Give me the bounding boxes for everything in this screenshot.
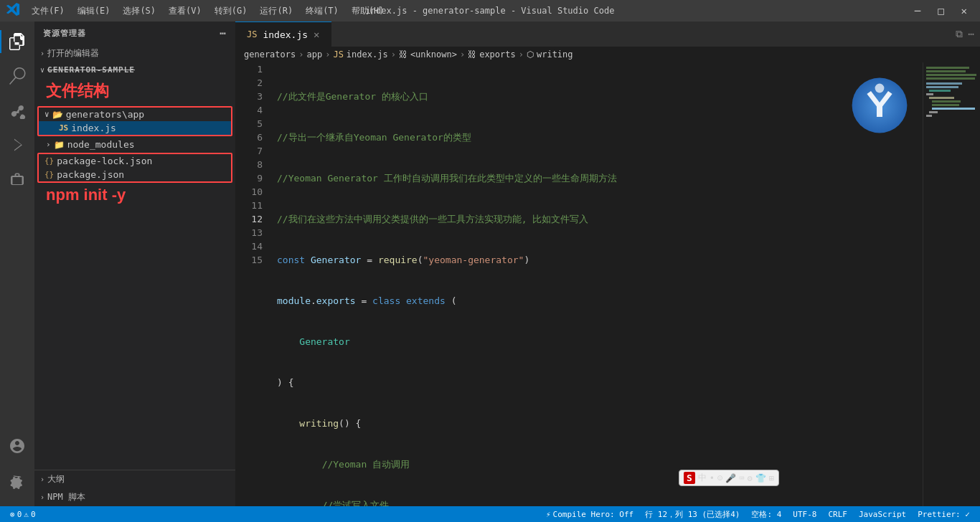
outline-section[interactable]: › 大纲 bbox=[34, 470, 235, 488]
menu-bar: 文件(F) 编辑(E) 选择(S) 查看(V) 转到(G) 运行(R) 终端(T… bbox=[26, 4, 390, 19]
more-actions-icon[interactable]: ⋯ bbox=[969, 28, 974, 40]
line-ending-text: CRLF bbox=[828, 510, 847, 519]
line-num-8: 8 bbox=[235, 158, 263, 171]
activity-explorer[interactable] bbox=[0, 24, 34, 59]
tab-index-js[interactable]: JS index.js ✕ bbox=[235, 22, 331, 47]
language-text: JavaScript bbox=[859, 510, 906, 519]
status-line-col[interactable]: 行 12，列 13 (已选择4) bbox=[641, 509, 744, 520]
breadcrumb-exports[interactable]: exports bbox=[479, 49, 516, 60]
menu-file[interactable]: 文件(F) bbox=[26, 4, 70, 19]
error-count: 0 bbox=[17, 510, 22, 519]
warning-count: 0 bbox=[31, 510, 36, 519]
activity-search[interactable] bbox=[0, 59, 34, 93]
line-num-4: 4 bbox=[235, 103, 263, 117]
svg-rect-0 bbox=[926, 67, 969, 69]
breadcrumb-file[interactable]: index.js bbox=[347, 49, 388, 60]
npm-scripts-section[interactable]: › NPM 脚本 bbox=[34, 488, 235, 506]
svg-rect-5 bbox=[926, 86, 958, 88]
ime-mic[interactable]: 🎤 bbox=[725, 473, 736, 483]
line-col-text: 行 12，列 13 (已选择4) bbox=[645, 509, 740, 520]
node-modules-folder[interactable]: › 📁 node_modules bbox=[34, 138, 235, 151]
project-section-title[interactable]: ∨ GENERATOR-SAMPLE bbox=[34, 62, 235, 77]
line-num-2: 2 bbox=[235, 76, 263, 90]
ime-logo: S bbox=[684, 472, 695, 484]
svg-rect-3 bbox=[926, 77, 975, 80]
menu-terminal[interactable]: 终端(T) bbox=[300, 4, 344, 19]
split-editor-icon[interactable]: ⧉ bbox=[956, 28, 963, 40]
code-line-9: writing () { bbox=[277, 417, 923, 430]
status-prettier[interactable]: Prettier: ✓ bbox=[913, 510, 974, 519]
yeoman-logo bbox=[851, 77, 908, 134]
svg-rect-2 bbox=[926, 74, 976, 76]
ime-lang[interactable]: 中 bbox=[698, 472, 707, 484]
index-js-file[interactable]: JS index.js bbox=[39, 121, 231, 135]
status-errors[interactable]: ⊗ 0 ⚠ 0 bbox=[6, 510, 40, 519]
annotation-files: 文件结构 bbox=[34, 77, 235, 105]
npm-scripts-label: NPM 脚本 bbox=[47, 491, 85, 503]
open-editors-chevron: › bbox=[40, 49, 44, 57]
code-content[interactable]: //此文件是Generator 的核心入口 //导出一个继承自Yeoman Ge… bbox=[271, 62, 923, 506]
breadcrumb-generators[interactable]: generators bbox=[244, 49, 296, 60]
tab-label: index.js bbox=[263, 29, 308, 40]
svg-rect-1 bbox=[926, 70, 966, 72]
maximize-button[interactable]: □ bbox=[930, 0, 951, 22]
line-num-7: 7 bbox=[235, 144, 263, 158]
svg-rect-10 bbox=[932, 104, 959, 106]
breadcrumb-app[interactable]: app bbox=[306, 49, 322, 60]
sidebar-header: 资源管理器 ⋯ bbox=[34, 22, 235, 44]
activity-settings[interactable] bbox=[0, 466, 34, 500]
activity-run[interactable] bbox=[0, 128, 34, 162]
status-line-ending[interactable]: CRLF bbox=[824, 510, 852, 519]
main-container: 资源管理器 ⋯ › 打开的编辑器 ∨ GENERATOR-SAMPLE 文件结构… bbox=[0, 22, 980, 506]
svg-rect-4 bbox=[926, 82, 962, 85]
ime-keyboard[interactable]: ⌨ bbox=[739, 473, 744, 483]
ime-tshirt[interactable]: 👕 bbox=[755, 473, 766, 483]
outline-chevron: › bbox=[40, 475, 44, 483]
svg-rect-6 bbox=[929, 90, 951, 92]
breadcrumb-unknown[interactable]: <unknown> bbox=[410, 49, 457, 60]
sidebar-title: 资源管理器 bbox=[43, 28, 86, 39]
new-file-icon[interactable]: ⋯ bbox=[220, 27, 227, 39]
menu-goto[interactable]: 转到(G) bbox=[209, 4, 253, 19]
breadcrumb-writing[interactable]: writing bbox=[537, 49, 573, 60]
close-button[interactable]: ✕ bbox=[954, 0, 974, 22]
menu-select[interactable]: 选择(S) bbox=[117, 4, 161, 19]
minimap bbox=[923, 62, 980, 506]
open-editors-section[interactable]: › 打开的编辑器 bbox=[34, 44, 235, 62]
package-json[interactable]: {} package.json bbox=[39, 168, 231, 181]
ime-settings[interactable]: ⚙ bbox=[748, 473, 753, 483]
compile-hero-text: Compile Hero: Off bbox=[553, 510, 634, 519]
minimize-button[interactable]: ─ bbox=[908, 0, 928, 22]
status-spaces[interactable]: 空格: 4 bbox=[747, 509, 786, 520]
code-line-6: module . exports = class extends ( bbox=[277, 294, 923, 308]
status-encoding[interactable]: UTF-8 bbox=[788, 510, 821, 519]
generators-folder[interactable]: ∨ 📂 generators\app bbox=[39, 108, 231, 121]
tab-close-icon[interactable]: ✕ bbox=[314, 29, 319, 40]
menu-edit[interactable]: 编辑(E) bbox=[72, 4, 116, 19]
line-num-13: 13 bbox=[235, 226, 263, 239]
activity-extensions[interactable] bbox=[0, 162, 34, 196]
activity-source-control[interactable] bbox=[0, 93, 34, 128]
code-line-7: Generator bbox=[277, 335, 923, 348]
code-line-5: const Generator = require ( "yeoman-gene… bbox=[277, 253, 923, 267]
code-line-4: //我们在这些方法中调用父类提供的一些工具方法实现功能, 比如文件写入 bbox=[277, 212, 923, 226]
ime-grid[interactable]: ⊞ bbox=[769, 473, 774, 483]
breadcrumb-js-icon: JS bbox=[333, 49, 343, 60]
tab-bar: JS index.js ✕ ⧉ ⋯ bbox=[235, 22, 980, 47]
minimap-content bbox=[923, 62, 980, 214]
editor-right-icons: ⧉ ⋯ bbox=[950, 28, 980, 40]
activity-account[interactable] bbox=[0, 429, 34, 463]
title-bar-left: 文件(F) 编辑(E) 选择(S) 查看(V) 转到(G) 运行(R) 终端(T… bbox=[6, 2, 390, 19]
activity-bar bbox=[0, 22, 34, 506]
line-num-3: 3 bbox=[235, 90, 263, 103]
status-compile-hero[interactable]: ⚡ Compile Hero: Off bbox=[542, 510, 638, 519]
menu-run[interactable]: 运行(R) bbox=[254, 4, 298, 19]
code-editor[interactable]: 1 2 3 4 5 6 7 8 9 10 11 12 13 14 15 //此文… bbox=[235, 62, 980, 506]
ime-smiley[interactable]: ☺ bbox=[717, 473, 722, 483]
menu-view[interactable]: 查看(V) bbox=[163, 4, 207, 19]
status-language[interactable]: JavaScript bbox=[854, 510, 910, 519]
svg-rect-8 bbox=[929, 97, 954, 99]
package-lock-json[interactable]: {} package-lock.json bbox=[39, 154, 231, 168]
line-num-12: 12 bbox=[235, 212, 263, 226]
outline-label: 大纲 bbox=[47, 473, 65, 485]
